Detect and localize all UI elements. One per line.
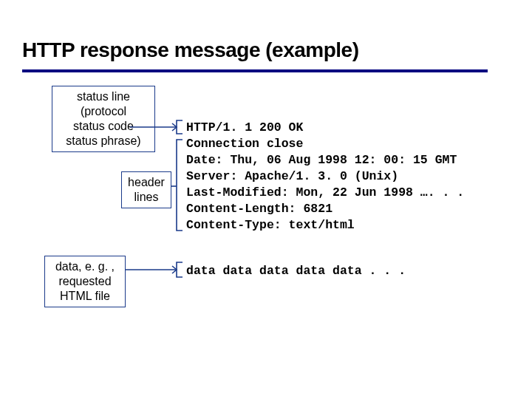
http-body-line: data data data data data . . . [186,264,406,278]
title-underline [22,69,488,72]
label-data-body: data, e. g. ,requestedHTML file [44,256,126,307]
http-header-line: Last-Modified: Mon, 22 Jun 1998 …. . . [186,185,464,200]
http-header-line: Content-Type: text/html [186,218,355,232]
http-header-line: Content-Length: 6821 [186,202,332,216]
label-status-line: status line(protocolstatus codestatus ph… [52,86,155,152]
http-header-line: Connection close [186,137,303,151]
http-header-line: Date: Thu, 06 Aug 1998 12: 00: 15 GMT [186,153,457,167]
slide-title: HTTP response message (example) [22,38,359,62]
http-status-line: HTTP/1. 1 200 OK [186,120,303,134]
http-header-line: Server: Apache/1. 3. 0 (Unix) [186,169,398,183]
label-header-lines: headerlines [121,171,171,208]
